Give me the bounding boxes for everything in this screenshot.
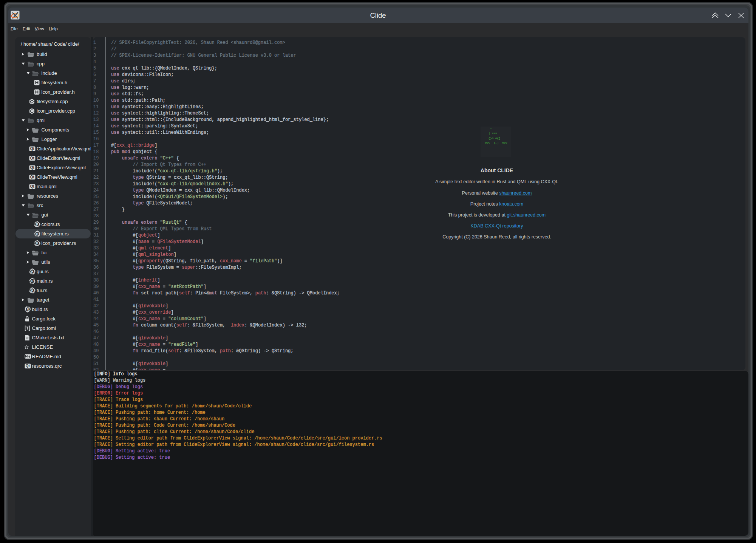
svg-text:R: R — [31, 279, 34, 283]
svg-text:R: R — [36, 223, 39, 226]
svg-text:R: R — [26, 308, 29, 311]
svg-text:R: R — [36, 241, 39, 245]
svg-text:Qt: Qt — [30, 175, 35, 179]
svg-text:R: R — [36, 232, 39, 236]
svg-text:R: R — [31, 289, 34, 292]
svg-text:R: R — [31, 270, 34, 274]
svg-text:Qt: Qt — [30, 166, 35, 170]
svg-text:Qt: Qt — [25, 364, 30, 368]
svg-text:Qt: Qt — [30, 147, 35, 151]
svg-text:Qt: Qt — [30, 184, 35, 189]
svg-text:Qt: Qt — [30, 156, 35, 160]
